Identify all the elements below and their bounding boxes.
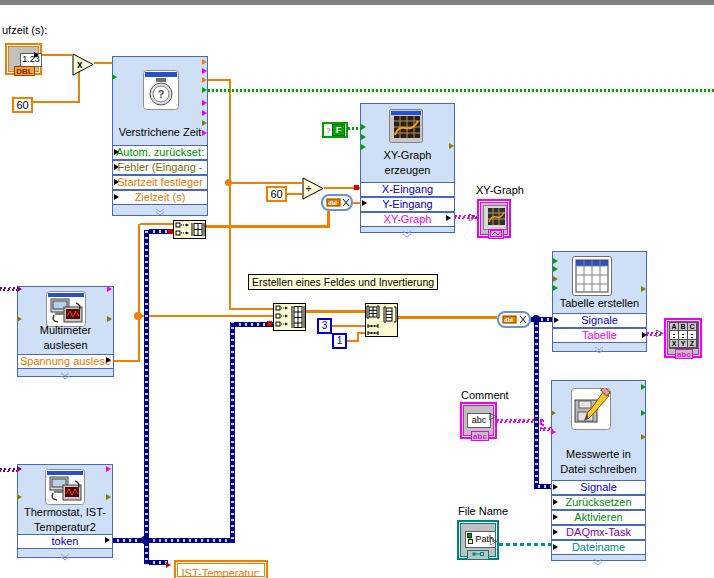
output-terminal-icon <box>446 215 451 221</box>
output-terminal-icon <box>642 332 647 338</box>
numeric-constant-60[interactable]: 60 <box>266 186 287 202</box>
wire-multiply-to-elapsed[interactable] <box>94 62 112 64</box>
wire-3-to-reshape[interactable] <box>332 325 365 327</box>
output-terminal-icon <box>202 130 207 136</box>
vi-table-title: Tabelle erstellen <box>552 297 647 309</box>
vi-write-row-signals[interactable]: Signale <box>551 480 646 495</box>
vi-elapsed-row-error[interactable]: Fehler (Eingang - <box>112 160 208 175</box>
input-terminal-icon <box>114 194 119 200</box>
wire-token-vertical-main[interactable] <box>144 230 149 543</box>
wire-convert-to-y-input[interactable] <box>353 202 361 204</box>
wire-1-horizontal[interactable] <box>357 332 365 334</box>
wire-to-build-array2[interactable] <box>231 308 275 310</box>
expand-chevron-icon[interactable] <box>401 225 413 243</box>
input-terminal-icon <box>361 144 366 150</box>
wire-array2-to-reshape[interactable] <box>306 310 365 313</box>
expand-chevron-icon[interactable] <box>592 553 604 571</box>
output-terminal-icon <box>106 494 111 500</box>
output-terminal-icon <box>202 59 207 65</box>
input-terminal-icon <box>553 484 558 490</box>
reshape-array-node[interactable] <box>365 303 398 341</box>
vi-elapsed-row-reset[interactable]: Autom. zurückset: <box>112 145 208 160</box>
expand-chevron-icon[interactable] <box>593 341 605 359</box>
wire-junction <box>225 179 232 186</box>
svg-text:dbl: dbl <box>504 317 513 323</box>
terminal-input-icon: ▷ <box>656 328 664 338</box>
wire-visa-multimeter[interactable] <box>0 287 17 291</box>
wire-boolean-long[interactable] <box>208 89 714 92</box>
expand-chevron-icon[interactable] <box>59 367 71 385</box>
wire-voltage-out[interactable] <box>114 360 140 362</box>
wire-array1-out[interactable] <box>206 225 330 228</box>
numeric-constant-3[interactable]: 3 <box>317 318 332 334</box>
block-diagram-canvas[interactable]: ufzeit (s): Erstellen eines Feldes und I… <box>0 0 714 578</box>
numeric-constant-60[interactable]: 60 <box>12 97 33 113</box>
build-array-node[interactable] <box>273 303 306 335</box>
svg-text:÷: ÷ <box>306 183 312 194</box>
coercion-dot <box>354 185 359 190</box>
wire-to-build-array1[interactable] <box>140 223 174 225</box>
boolean-glyph-icon: ? <box>326 126 330 135</box>
svg-text:?: ? <box>158 88 165 100</box>
vi-thermostat-row-token[interactable]: token <box>17 534 113 549</box>
input-terminal-icon <box>17 466 22 472</box>
wire-60-horizontal[interactable] <box>33 101 79 103</box>
vi-elapsed-row-starttime[interactable]: Startzeit festleger <box>112 175 208 190</box>
vi-write-row-enable[interactable]: Aktivieren <box>551 510 646 525</box>
wire-dynamic-down[interactable] <box>534 322 539 487</box>
mini-graph-icon <box>483 205 507 230</box>
wire-junction <box>141 536 149 544</box>
wire-token-vertical-2[interactable] <box>230 322 235 543</box>
file-name-label: File Name <box>458 505 508 517</box>
expand-chevron-icon[interactable] <box>59 548 71 566</box>
coercion-dot <box>267 321 272 326</box>
wire-token-right[interactable] <box>149 538 235 543</box>
ist-temperature-indicator[interactable]: IST-Temperatur: <box>174 560 268 578</box>
wire-to-divide[interactable] <box>231 182 302 184</box>
wire-voltage-vertical[interactable] <box>138 224 140 362</box>
terminal-input-icon: ▷ <box>469 212 477 222</box>
numeric-constant-1[interactable]: 1 <box>332 333 347 349</box>
coercion-dot <box>168 229 173 234</box>
wire-dynamic-to-write[interactable] <box>534 484 551 489</box>
table-icon <box>572 256 612 300</box>
output-terminal-icon <box>202 110 207 116</box>
wire-false-to-xy[interactable] <box>348 127 361 130</box>
wire-elapsed-vertical[interactable] <box>229 79 231 310</box>
expand-chevron-icon[interactable] <box>154 203 166 221</box>
wire-60-to-divide[interactable] <box>287 193 302 195</box>
wire-path-to-filename[interactable] <box>499 543 551 546</box>
input-terminal-icon <box>114 179 119 185</box>
vi-xy-row-x-input[interactable]: X-Eingang <box>360 182 455 197</box>
false-value: F <box>332 124 345 136</box>
wire-visa-thermostat[interactable] <box>0 468 17 472</box>
free-comment-label[interactable]: Erstellen eines Feldes und Invertierung <box>248 274 438 290</box>
multiply-node[interactable]: x <box>72 53 94 80</box>
vi-xy-row-y-input[interactable]: Y-Eingang <box>360 197 455 212</box>
output-terminal-icon <box>107 316 112 322</box>
vi-write-row-daqmx-task[interactable]: DAQmx-Task <box>551 525 646 540</box>
coerced-input-icon <box>166 562 171 568</box>
wire-voltage-to-array2[interactable] <box>140 315 273 317</box>
convert-to-dynamic-data-node[interactable]: dbl <box>321 194 353 215</box>
vi-table-row-signals[interactable]: Signale <box>552 313 647 328</box>
wire-dbl-to-multiply[interactable] <box>42 54 72 56</box>
input-terminal-icon <box>553 514 558 520</box>
output-terminal-icon <box>107 286 112 292</box>
wire-elapsed-out[interactable] <box>208 79 231 81</box>
vi-write-row-reset[interactable]: Zurücksetzen <box>551 495 646 510</box>
build-array-node[interactable] <box>173 220 206 243</box>
boolean-false-constant[interactable]: ? F <box>322 122 348 138</box>
terminal-output-icon: ▷ <box>489 411 497 421</box>
input-terminal-icon <box>361 124 366 130</box>
wire-junction <box>134 312 142 320</box>
output-terminal-icon <box>106 466 111 472</box>
wire-1-vertical[interactable] <box>357 333 359 342</box>
vi-write-title-2: Datei schreiben <box>551 463 646 475</box>
comment-value[interactable]: abc <box>467 413 491 428</box>
input-terminal-icon <box>551 429 556 435</box>
wire-reshape-to-convert[interactable] <box>398 316 497 319</box>
convert-to-dynamic-data-node[interactable]: dbl <box>497 311 531 332</box>
vi-write-title-1: Messwerte in <box>551 448 646 460</box>
output-terminal-icon <box>105 537 110 543</box>
